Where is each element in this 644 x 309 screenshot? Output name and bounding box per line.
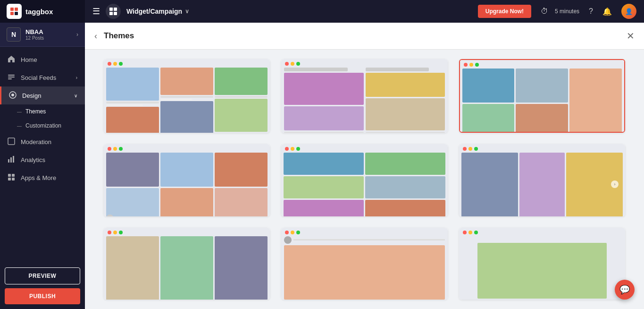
sidebar-item-moderation-label: Moderation [21, 138, 77, 146]
svg-rect-12 [13, 156, 14, 163]
theme-preview-classic-card [281, 59, 447, 133]
sidebar-item-moderation[interactable]: Moderation [0, 133, 85, 151]
svg-rect-15 [8, 178, 11, 180]
logo-text: taggbox [25, 8, 53, 16]
home-icon [8, 55, 16, 64]
theme-card-7[interactable] [104, 228, 270, 300]
chat-bubble[interactable]: 💬 [615, 280, 635, 300]
theme-preview-square-photo [281, 144, 447, 216]
theme-card-horizontal-slider[interactable]: › HORIZONTAL SLIDER [459, 144, 625, 216]
svg-rect-11 [10, 157, 12, 163]
sidebar-item-themes[interactable]: Themes [0, 104, 85, 119]
sidebar-item-customization[interactable]: Customization [0, 119, 85, 133]
svg-rect-4 [8, 75, 15, 76]
design-icon [9, 91, 17, 100]
themes-panel: ‹ Themes ✕ [85, 23, 644, 309]
theme-preview-9 [459, 228, 625, 300]
svg-rect-0 [10, 8, 14, 11]
sidebar-item-analytics[interactable]: Analytics [0, 151, 85, 169]
svg-rect-9 [8, 138, 15, 145]
help-icon[interactable]: ? [589, 7, 593, 16]
user-avatar[interactable]: 👤 [621, 4, 636, 19]
theme-card-square-photo[interactable]: SQUARE PHOTO [281, 144, 447, 216]
sidebar-item-design[interactable]: Design ∨ [0, 86, 85, 104]
theme-preview-modern-card [104, 59, 270, 133]
traffic-lights-classic-photo [108, 147, 123, 151]
main-content: ☰ Widget/Campaign ∨ Upgrade Now! ⏱ 5 min… [85, 0, 644, 309]
project-avatar: N [7, 27, 21, 42]
sidebar-item-social-feeds[interactable]: Social Feeds › [0, 69, 85, 86]
svg-rect-19 [109, 12, 113, 15]
svg-rect-3 [15, 12, 18, 15]
traffic-lights-7 [108, 231, 123, 234]
project-posts: 12 Posts [25, 35, 76, 41]
svg-rect-14 [12, 174, 15, 177]
header-app-icon [106, 4, 121, 19]
project-info: NBAA 12 Posts [25, 28, 76, 41]
theme-preview-classic-photo: ♡ △ [104, 144, 270, 216]
sidebar-item-apps-more-label: Apps & More [21, 174, 77, 181]
top-header: ☰ Widget/Campaign ∨ Upgrade Now! ⏱ 5 min… [85, 0, 644, 23]
sidebar-item-home[interactable]: Home [0, 51, 85, 69]
svg-rect-13 [8, 174, 11, 177]
logo-icon [7, 4, 22, 19]
header-title-chevron: ∨ [185, 8, 189, 15]
sidebar-item-apps-more[interactable]: Apps & More [0, 169, 85, 187]
preview-button[interactable]: PREVIEW [5, 267, 80, 284]
svg-rect-16 [12, 178, 15, 180]
customization-label: Customization [25, 122, 61, 129]
hamburger-icon[interactable]: ☰ [92, 6, 100, 17]
timer-label: 5 minutes [555, 8, 579, 15]
project-selector[interactable]: N NBAA 12 Posts › [0, 23, 85, 47]
sidebar-bottom-actions: PREVIEW PUBLISH [0, 263, 85, 309]
svg-rect-1 [15, 8, 18, 11]
svg-rect-18 [114, 8, 117, 11]
traffic-lights-news [464, 63, 479, 67]
themes-grid: MODERN CARD [85, 50, 644, 309]
themes-header: ‹ Themes ✕ [85, 23, 644, 50]
theme-card-9[interactable] [459, 228, 625, 300]
sidebar-nav: Home Social Feeds › Design ∨ Themes Cust… [0, 47, 85, 263]
project-arrow-icon: › [76, 31, 78, 38]
svg-rect-20 [114, 12, 117, 15]
taggbox-logo-svg [9, 7, 19, 16]
theme-card-8[interactable] [281, 228, 447, 300]
themes-panel-title: Themes [104, 31, 627, 41]
project-name: NBAA [25, 28, 76, 35]
theme-card-modern-card[interactable]: MODERN CARD [104, 59, 270, 133]
theme-card-news-card[interactable]: NEWS CARD [459, 59, 625, 133]
traffic-lights-slider [463, 147, 478, 151]
theme-preview-horizontal-slider: › [459, 144, 625, 216]
svg-rect-2 [10, 12, 14, 15]
svg-rect-6 [8, 78, 12, 79]
header-title-text: Widget/Campaign [126, 8, 182, 15]
themes-back-button[interactable]: ‹ [94, 31, 97, 41]
apps-more-icon [8, 173, 16, 182]
svg-rect-10 [8, 159, 9, 163]
svg-point-8 [11, 94, 14, 96]
themes-close-button[interactable]: ✕ [627, 30, 635, 42]
traffic-lights-square [285, 147, 300, 151]
design-arrow-icon: ∨ [74, 93, 77, 98]
publish-button[interactable]: PUBLISH [5, 288, 80, 304]
social-feeds-arrow-icon: › [76, 75, 77, 80]
svg-rect-5 [8, 77, 15, 77]
logo-area: taggbox [0, 0, 85, 23]
theme-card-classic-card[interactable]: CLASSIC CARD [281, 59, 447, 133]
theme-preview-7 [104, 228, 270, 300]
sidebar: taggbox N NBAA 12 Posts › Home Social Fe… [0, 0, 85, 309]
theme-preview-8 [281, 228, 447, 300]
traffic-lights-9 [463, 231, 478, 234]
analytics-icon [8, 155, 16, 164]
timer-icon: ⏱ [541, 7, 548, 16]
traffic-lights-8 [285, 231, 300, 234]
notifications-icon[interactable]: 🔔 [602, 7, 612, 16]
traffic-lights-classic [285, 62, 300, 66]
theme-card-classic-photo[interactable]: ♡ △ CLASSIC PHOTO [104, 144, 270, 216]
sidebar-item-home-label: Home [21, 56, 77, 63]
themes-label: Themes [25, 108, 46, 115]
sidebar-item-analytics-label: Analytics [21, 156, 77, 163]
svg-rect-17 [109, 8, 113, 11]
theme-preview-news-card [460, 60, 624, 133]
upgrade-button[interactable]: Upgrade Now! [478, 5, 531, 18]
